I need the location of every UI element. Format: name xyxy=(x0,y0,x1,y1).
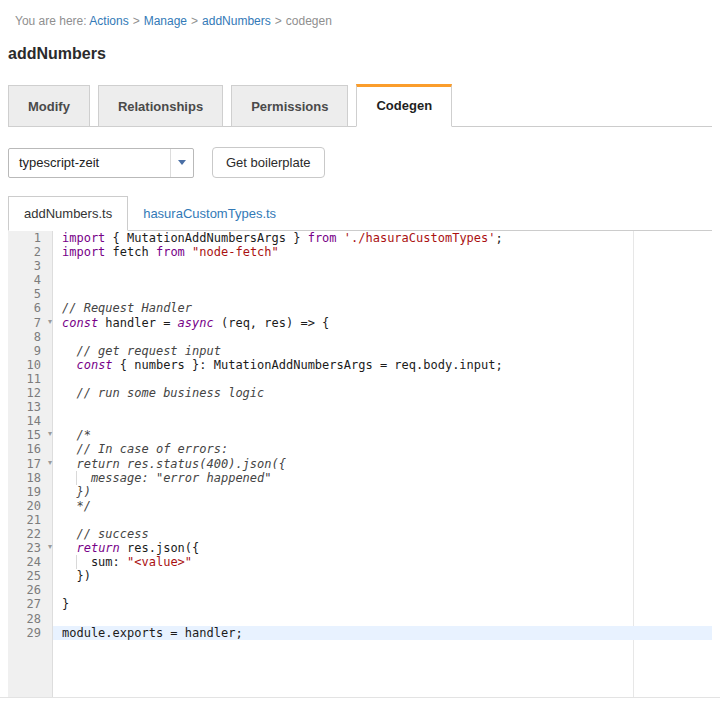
code-line-text: module.exports = handler; xyxy=(53,626,712,640)
code-line[interactable]: 11 xyxy=(8,372,712,386)
code-line-text xyxy=(53,400,712,414)
code-line-text: // run some business logic xyxy=(53,386,712,400)
line-number: 4 xyxy=(8,273,53,287)
code-line[interactable]: 25 }) xyxy=(8,569,712,583)
tab-codegen[interactable]: Codegen xyxy=(356,84,452,127)
tab-bar: ModifyRelationshipsPermissionsCodegen xyxy=(8,84,712,127)
indent-guide xyxy=(76,555,77,569)
code-token: from xyxy=(308,231,337,245)
code-line[interactable]: 27} xyxy=(8,597,712,611)
code-token: import xyxy=(62,245,105,259)
tab-permissions[interactable]: Permissions xyxy=(231,85,348,127)
code-line-text: }) xyxy=(53,569,712,583)
code-token: */ xyxy=(62,499,91,513)
breadcrumb-item-addnumbers[interactable]: addNumbers xyxy=(202,14,271,28)
framework-select[interactable]: typescript-zeit xyxy=(8,148,194,178)
breadcrumb-item-manage[interactable]: Manage xyxy=(144,14,187,28)
code-token: }) xyxy=(62,569,91,583)
code-line-text xyxy=(53,372,712,386)
code-line[interactable]: 17▾ return res.status(400).json({ xyxy=(8,457,712,471)
code-line[interactable]: 29module.exports = handler; xyxy=(8,626,712,640)
code-line-text xyxy=(53,414,712,428)
line-number: 26 xyxy=(8,583,53,597)
code-line-text xyxy=(53,583,712,597)
code-token: async xyxy=(178,316,214,330)
line-number: 13 xyxy=(8,400,53,414)
line-number: 10 xyxy=(8,358,53,372)
code-line[interactable]: 16 // In case of errors: xyxy=(8,442,712,456)
file-tab-addnumbers.ts[interactable]: addNumbers.ts xyxy=(8,196,128,231)
code-token xyxy=(185,245,192,259)
line-number: 19 xyxy=(8,485,53,499)
code-line[interactable]: 14 xyxy=(8,414,712,428)
code-token: // run some business logic xyxy=(62,386,264,400)
code-line[interactable]: 15▾ /* xyxy=(8,428,712,442)
line-number: 29 xyxy=(8,626,53,640)
get-boilerplate-button[interactable]: Get boilerplate xyxy=(212,147,325,178)
line-number: 16 xyxy=(8,442,53,456)
code-line[interactable]: 1import { MutationAddNumbersArgs } from … xyxy=(8,231,712,245)
code-token xyxy=(62,541,76,555)
code-token xyxy=(337,231,344,245)
code-line[interactable]: 18 message: "error happened" xyxy=(8,471,712,485)
code-line[interactable]: 19 }) xyxy=(8,485,712,499)
code-token: ; xyxy=(496,231,503,245)
breadcrumb-item-actions[interactable]: Actions xyxy=(89,14,128,28)
code-token: return xyxy=(76,541,119,555)
code-editor[interactable]: 1import { MutationAddNumbersArgs } from … xyxy=(8,231,712,697)
code-line[interactable]: 6// Request Handler xyxy=(8,301,712,315)
fold-toggle-icon[interactable]: ▾ xyxy=(48,315,52,329)
line-number: 9 xyxy=(8,344,53,358)
file-tab-hasuracustomtypes.ts[interactable]: hasuraCustomTypes.ts xyxy=(128,197,291,230)
code-token: return res.status(400).json({ xyxy=(62,457,286,471)
code-line[interactable]: 23▾ return res.json({ xyxy=(8,541,712,555)
code-line[interactable]: 10 const { numbers }: MutationAddNumbers… xyxy=(8,358,712,372)
code-line-text: // Request Handler xyxy=(53,301,712,315)
code-line-text: return res.status(400).json({ xyxy=(53,457,712,471)
code-line[interactable]: 2import fetch from "node-fetch" xyxy=(8,245,712,259)
breadcrumb-prefix: You are here: xyxy=(15,14,87,28)
code-token: } xyxy=(62,597,69,611)
code-line[interactable]: 26 xyxy=(8,583,712,597)
code-token: import xyxy=(62,231,105,245)
code-line-text: const handler = async (req, res) => { xyxy=(53,316,712,330)
code-line[interactable]: 22 // success xyxy=(8,527,712,541)
code-line[interactable]: 20 */ xyxy=(8,499,712,513)
code-line[interactable]: 8 xyxy=(8,330,712,344)
fold-toggle-icon[interactable]: ▾ xyxy=(48,427,52,441)
fold-toggle-icon[interactable]: ▾ xyxy=(48,456,52,470)
line-number: 3 xyxy=(8,259,53,273)
code-line[interactable]: 7▾const handler = async (req, res) => { xyxy=(8,316,712,330)
code-token: module.exports = handler; xyxy=(62,626,243,640)
code-token: }) xyxy=(62,485,91,499)
tab-modify[interactable]: Modify xyxy=(8,85,90,127)
code-line[interactable]: 13 xyxy=(8,400,712,414)
line-number: 28 xyxy=(8,612,53,626)
code-line[interactable]: 4 xyxy=(8,273,712,287)
code-line[interactable]: 21 xyxy=(8,513,712,527)
code-line[interactable]: 9 // get request input xyxy=(8,344,712,358)
code-line-text xyxy=(53,330,712,344)
page-title: addNumbers xyxy=(8,45,712,63)
code-token: // Request Handler xyxy=(62,301,192,315)
tab-relationships[interactable]: Relationships xyxy=(98,85,223,127)
code-token: /* xyxy=(62,428,91,442)
fold-toggle-icon[interactable]: ▾ xyxy=(48,540,52,554)
code-line-text: import { MutationAddNumbersArgs } from '… xyxy=(53,231,712,245)
code-line[interactable]: 28 xyxy=(8,612,712,626)
framework-select-value: typescript-zeit xyxy=(19,155,99,170)
code-line[interactable]: 24 sum: "<value>" xyxy=(8,555,712,569)
breadcrumb-separator: > xyxy=(275,14,282,28)
code-lines: 1import { MutationAddNumbersArgs } from … xyxy=(8,231,712,640)
line-number: 20 xyxy=(8,499,53,513)
line-number: 23▾ xyxy=(8,541,53,555)
code-token: // In case of errors: xyxy=(62,442,228,456)
line-number: 21 xyxy=(8,513,53,527)
code-line[interactable]: 12 // run some business logic xyxy=(8,386,712,400)
code-line-text: // success xyxy=(53,527,712,541)
code-line[interactable]: 5 xyxy=(8,287,712,301)
line-number: 17▾ xyxy=(8,457,53,471)
line-number: 12 xyxy=(8,386,53,400)
code-line[interactable]: 3 xyxy=(8,259,712,273)
code-line-text: // In case of errors: xyxy=(53,442,712,456)
